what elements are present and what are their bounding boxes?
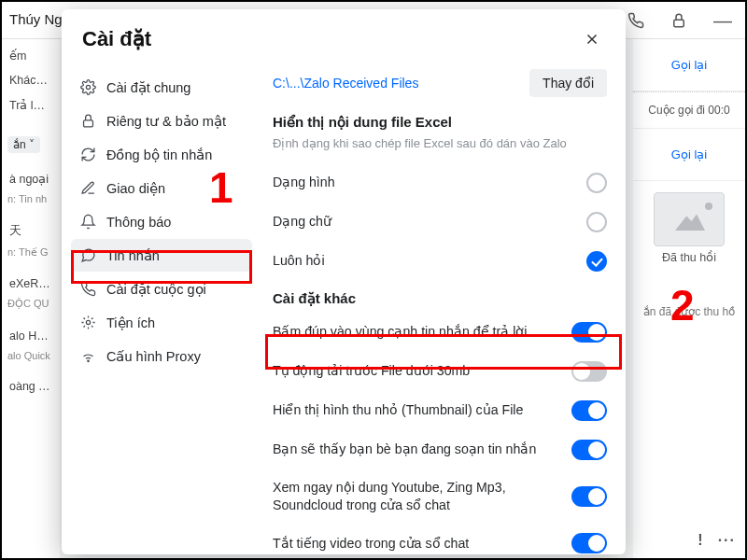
option-thumbnail[interactable]: Hiển thị hình thu nhỏ (Thumbnail) của Fi… (273, 391, 607, 430)
option-label: Tự động tải trước File dưới 30mb (273, 362, 571, 380)
conversation-pane: Gọi lại Cuộc gọi đi 00:0 Gọi lại Đã thu … (633, 39, 745, 558)
alert-icon[interactable]: ! (698, 532, 702, 549)
other-section-title: Cài đặt khác (273, 290, 607, 307)
option-label: Bạn sẽ thấy bạn bè bạn đang soạn tin nhắ… (273, 441, 571, 458)
option-excel-image[interactable]: Dạng hình (273, 163, 607, 203)
chat-row-sub: alo Quick (7, 350, 54, 361)
chat-row-sub: n: Thế G (7, 246, 54, 259)
chat-row[interactable]: à ngoại (7, 166, 54, 191)
close-button[interactable] (579, 26, 605, 52)
sidebar-item-label: Giao diện (106, 181, 165, 196)
option-auto-download[interactable]: Tự động tải trước File dưới 30mb (273, 352, 607, 391)
call-log: Cuộc gọi đi 00:0 (633, 91, 745, 129)
sidebar-item-general[interactable]: Cài đặt chung (71, 71, 252, 104)
settings-modal: Cài đặt Cài đặt chung Riêng tư & bảo mật… (62, 9, 626, 554)
chat-row-sub: n: Tin nh (7, 193, 54, 204)
edit-icon (80, 180, 96, 196)
sidebar-item-privacy[interactable]: Riêng tư & bảo mật (71, 105, 252, 137)
svg-point-2 (86, 85, 90, 89)
option-media-preview[interactable]: Xem ngay nội dung Youtube, Zing Mp3, Sou… (273, 469, 607, 524)
radio-unchecked[interactable] (586, 173, 607, 193)
sidebar-item-label: Tin nhắn (106, 248, 160, 263)
svg-point-5 (88, 360, 89, 361)
excel-section-desc: Định dạng khi sao chép file Excel sau đó… (273, 136, 607, 150)
radio-checked[interactable] (586, 251, 607, 272)
option-mute-video[interactable]: Tắt tiếng video trong cửa sổ chat (273, 524, 607, 554)
option-dblclick-reply[interactable]: Bấm đúp vào vùng cạnh tin nhắn để trả lờ… (273, 313, 607, 352)
option-label: Dạng hình (273, 174, 586, 191)
toggle-on[interactable] (571, 440, 607, 460)
lock-icon[interactable] (670, 12, 687, 29)
option-label: Bấm đúp vào vùng cạnh tin nhắn để trả lờ… (273, 323, 571, 341)
sync-icon (80, 147, 96, 162)
bell-icon (80, 214, 96, 230)
chat-row[interactable]: oàng Tru (7, 374, 54, 399)
change-path-button[interactable]: Thay đổi (529, 69, 607, 97)
chat-row[interactable]: 天 (7, 217, 54, 245)
radio-unchecked[interactable] (586, 212, 607, 232)
option-label: Hiển thị hình thu nhỏ (Thumbnail) của Fi… (273, 401, 571, 419)
more-icon[interactable]: ··· (718, 532, 736, 549)
sidebar-item-proxy[interactable]: Cấu hình Proxy (71, 340, 252, 372)
download-path-link[interactable]: C:\...\Zalo Received Files (273, 76, 418, 91)
call-icon[interactable] (627, 12, 644, 29)
sidebar-item-label: Thông báo (106, 215, 171, 230)
sidebar-item-messages[interactable]: Tin nhắn (71, 239, 252, 272)
callback-link[interactable]: Gọi lại (633, 129, 745, 181)
sidebar-item-label: Tiện ích (106, 315, 155, 330)
wifi-icon (80, 348, 96, 364)
sidebar-item-appearance[interactable]: Giao diện (71, 172, 252, 204)
chat-row-sub: ĐỘC QU (7, 298, 54, 310)
sidebar-item-sync[interactable]: Đồng bộ tin nhắn (71, 138, 252, 171)
sidebar-item-label: Đồng bộ tin nhắn (106, 147, 212, 162)
option-label: Tắt tiếng video trong cửa sổ chat (273, 535, 571, 553)
image-placeholder-icon (654, 192, 725, 246)
sidebar-item-notify[interactable]: Thông báo (71, 205, 252, 238)
minimize-icon[interactable]: — (713, 16, 732, 25)
option-excel-ask[interactable]: Luôn hỏi (273, 242, 607, 281)
option-typing-indicator[interactable]: Bạn sẽ thấy bạn bè bạn đang soạn tin nhắ… (273, 430, 607, 469)
sidebar-item-label: Cấu hình Proxy (106, 349, 201, 364)
close-icon (584, 31, 600, 48)
recall-hint: ắn đã được thu hồ (633, 305, 745, 318)
chat-row[interactable]: Khách hàn (7, 68, 54, 92)
sidebar-item-calls[interactable]: Cài đặt cuộc gọi (71, 273, 252, 305)
chat-row[interactable]: eXeRe Đ (7, 272, 54, 296)
recalled-label: Đã thu hồi (633, 250, 745, 264)
settings-content: C:\...\Zalo Received Files Thay đổi Hiển… (261, 65, 626, 554)
settings-sidebar: Cài đặt chung Riêng tư & bảo mật Đồng bộ… (62, 65, 261, 554)
toggle-on[interactable] (571, 322, 607, 343)
svg-rect-1 (674, 20, 684, 27)
svg-rect-3 (84, 120, 93, 127)
sidebar-item-label: Riêng tư & bảo mật (106, 114, 226, 129)
phone-icon (80, 281, 96, 297)
toggle-on[interactable] (571, 486, 607, 507)
chat-list: ếm Khách hàn Trả lời sa ắn ˅ à ngoại n: … (2, 39, 60, 558)
callback-link[interactable]: Gọi lại (633, 39, 745, 91)
svg-point-4 (86, 320, 90, 324)
excel-section-title: Hiển thị nội dung file Excel (273, 114, 607, 131)
modal-title: Cài đặt (82, 27, 151, 51)
sidebar-item-label: Cài đặt cuộc gọi (106, 282, 206, 297)
toggle-on[interactable] (571, 400, 607, 421)
option-label: Luôn hỏi (273, 252, 586, 270)
filter-badge[interactable]: ắn ˅ (7, 136, 40, 153)
option-excel-text[interactable]: Dạng chữ (273, 203, 607, 242)
sidebar-item-label: Cài đặt chung (106, 80, 190, 95)
sidebar-item-utilities[interactable]: Tiện ích (71, 306, 252, 339)
search-hint-fragment: ếm (7, 43, 54, 68)
message-icon (80, 247, 96, 263)
option-label: Xem ngay nội dung Youtube, Zing Mp3, Sou… (273, 479, 571, 514)
sparkle-icon (80, 315, 96, 330)
chat-row[interactable]: alo Hồ T (7, 323, 54, 348)
chat-row[interactable]: Trả lời sa (7, 92, 54, 118)
toggle-off[interactable] (571, 361, 607, 382)
option-label: Dạng chữ (273, 213, 586, 231)
lock-icon (80, 113, 96, 129)
toggle-on[interactable] (571, 533, 607, 553)
chat-title: Thúy Ng (9, 11, 63, 27)
gear-icon (80, 79, 96, 95)
